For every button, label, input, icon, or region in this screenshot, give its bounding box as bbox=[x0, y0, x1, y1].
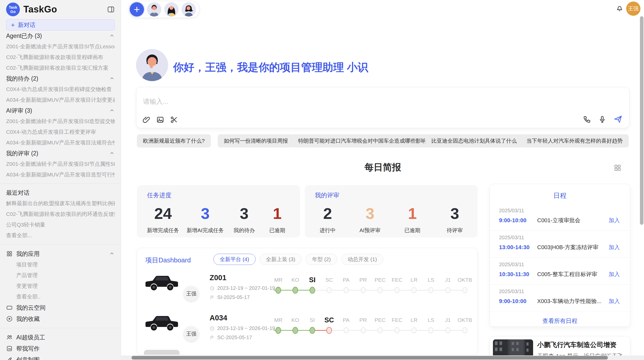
section-header-my-review[interactable]: 我的评审 (2) bbox=[6, 148, 115, 159]
app-link-project-mgmt[interactable]: 项目管理 bbox=[6, 259, 115, 270]
notifications-bell-icon[interactable] bbox=[616, 4, 624, 12]
chevron-up-icon[interactable] bbox=[109, 108, 115, 113]
stat-ai-pre-review[interactable]: 3 AI预评审 bbox=[357, 205, 383, 234]
agent-avatar-1[interactable] bbox=[147, 2, 161, 17]
suggestion-chip[interactable]: 特朗普可能对进口汽车增税会对中国车企造成哪些影响 bbox=[292, 134, 432, 147]
sidebar-item-cloud-space[interactable]: 我的云空间 bbox=[6, 302, 115, 313]
milestone-dot-overdue[interactable] bbox=[326, 327, 332, 334]
milestone-dot-pending[interactable] bbox=[344, 327, 349, 333]
view-all-schedule-link[interactable]: 查看所有日程 bbox=[490, 312, 630, 330]
milestone-dot-pending[interactable] bbox=[462, 327, 467, 333]
paperclip-icon[interactable] bbox=[142, 116, 151, 124]
horizontal-scrollbar-thumb[interactable] bbox=[131, 356, 608, 359]
recent-chat-item[interactable]: C02-飞腾新能源轻客改款项目的闭环通告反馈情况 bbox=[6, 209, 115, 219]
suggestion-chip[interactable]: 如何写一份清晰的项目周报 bbox=[218, 134, 294, 147]
chat-input[interactable] bbox=[142, 97, 449, 106]
milestone-dot-pending[interactable] bbox=[412, 327, 417, 333]
agent-avatar-3[interactable] bbox=[182, 2, 196, 17]
sidebar-item-creative-draw[interactable]: 创意制图 bbox=[6, 354, 115, 360]
milestone-dot-pending[interactable] bbox=[344, 287, 349, 293]
stat-in-progress[interactable]: 2 进行中 bbox=[315, 205, 340, 234]
milestone-dot-pending[interactable] bbox=[327, 287, 332, 293]
stat-new-done[interactable]: 24 新增完成任务 bbox=[147, 205, 179, 234]
brief-layout-grid-icon[interactable] bbox=[613, 164, 622, 172]
sidebar-task-item[interactable]: A034-全新新能源MUV产品开发项目计划变更表编写 bbox=[6, 95, 115, 105]
sidebar-item-help-write[interactable]: 帮我写作 bbox=[6, 343, 115, 354]
project-row-a034[interactable]: 王强 A034 2023-12-19 ~ 2026-01-19 SC-2025-… bbox=[137, 310, 477, 350]
recent-chat-item[interactable]: 公司Q3轻卡销量 bbox=[6, 219, 115, 230]
milestone-dot-pending[interactable] bbox=[394, 287, 400, 293]
section-header-my-todo[interactable]: 我的待办 (2) bbox=[6, 73, 115, 84]
sidebar-item-ai-employee[interactable]: AI超级员工 bbox=[6, 332, 115, 343]
sidebar-task-item[interactable]: A034-全新新能源MUV产品开发项目法规符合性评审 bbox=[6, 137, 115, 148]
suggestion-chip[interactable]: 当下年轻人对汽车外观有怎样的喜好趋势 bbox=[520, 134, 629, 147]
milestone-dot-done[interactable] bbox=[275, 327, 281, 334]
milestone-dot-pending[interactable] bbox=[445, 327, 450, 333]
sidebar-task-item[interactable]: Z001-全新燃油轻卡产品开发项目SI造型提交物评审 bbox=[6, 116, 115, 127]
recent-chat-item[interactable]: 解释最新出台的欧盟报废车法规再生塑料比例被调至15%... bbox=[6, 198, 115, 209]
stat-overdue[interactable]: 1 已逾期 bbox=[265, 205, 290, 234]
microphone-icon[interactable] bbox=[598, 115, 606, 123]
new-chat-button[interactable]: + 新对话 bbox=[6, 19, 115, 31]
add-agent-button[interactable]: + bbox=[130, 2, 144, 17]
tab-powertrain[interactable]: 动总开发 (1) bbox=[341, 254, 384, 265]
send-icon[interactable] bbox=[613, 115, 623, 124]
schedule-entry[interactable]: 2025/03/11 13:00-14:30 C003|H0B-方案冻结评审 加… bbox=[490, 231, 630, 258]
app-link-change-mgmt[interactable]: 变更管理 bbox=[6, 281, 115, 291]
section-header-ai-review[interactable]: AI评审 (3) bbox=[6, 105, 115, 116]
sidebar-task-item[interactable]: C0X4-动力总成开发项目SI里程碑提交物检查 bbox=[6, 84, 115, 95]
milestone-dot-pending[interactable] bbox=[428, 287, 433, 293]
milestone-dot-pending[interactable] bbox=[377, 287, 383, 293]
sidebar-item-favorites[interactable]: 我的收藏 bbox=[6, 313, 115, 324]
milestone-dot-pending[interactable] bbox=[394, 327, 400, 333]
image-icon[interactable] bbox=[156, 116, 164, 124]
schedule-entry[interactable]: 2025/03/11 9:00-10:00 C001-立项审批会 加入 bbox=[490, 204, 630, 231]
suggestion-chip[interactable]: 比亚迪全固态电池计划具体说了什么 bbox=[425, 134, 523, 147]
user-avatar[interactable]: 王强 bbox=[626, 2, 640, 16]
stat-review-overdue[interactable]: 1 已逾期 bbox=[400, 205, 425, 234]
tab-new-body[interactable]: 全新上装 (3) bbox=[260, 254, 302, 265]
suggestion-chip[interactable]: 欧洲新规最近颁布了什么? bbox=[137, 134, 211, 147]
chevron-up-icon[interactable] bbox=[109, 251, 115, 257]
sidebar-task-item[interactable]: Z001-全新燃油轻卡产品开发项目SI节点属性5D文件评审 bbox=[6, 159, 115, 169]
view-all-chats-link[interactable]: 查看全部... bbox=[6, 230, 115, 241]
milestone-dot-pending[interactable] bbox=[361, 327, 366, 333]
sidebar-item-my-apps[interactable]: 我的应用 bbox=[6, 248, 115, 259]
stat-my-todo[interactable]: 3 我的待办 bbox=[231, 205, 257, 234]
agent-avatar-2[interactable] bbox=[164, 2, 179, 17]
project-row-z001[interactable]: 王强 Z001 2023-12-19 ~ 2027-01-19 SI-2025-… bbox=[137, 270, 477, 310]
stat-pending-review[interactable]: 3 待评审 bbox=[442, 205, 467, 234]
tab-model-year[interactable]: 年型 (2) bbox=[306, 254, 337, 265]
milestone-dot-pending[interactable] bbox=[377, 327, 383, 333]
milestone-dot-done[interactable] bbox=[310, 287, 315, 294]
milestone-dot-done[interactable] bbox=[275, 287, 281, 294]
sidebar-task-item[interactable]: A034-全新新能源MUV产品开发项目造型可行性评审 bbox=[6, 169, 115, 180]
chevron-up-icon[interactable] bbox=[109, 76, 115, 81]
join-link[interactable]: 加入 bbox=[609, 297, 620, 305]
schedule-entry[interactable]: 2025/03/11 9:00-10:00 X003-车辆动力学性能验... 加… bbox=[490, 284, 630, 311]
sidebar-task-item[interactable]: C02-飞腾新能源轻客改款项目立项汇报方案 bbox=[6, 63, 115, 73]
phone-icon[interactable] bbox=[583, 115, 591, 123]
sidebar-task-item[interactable]: Z001-全新燃油皮卡产品开发项目SI节点Lesson Learn报告 bbox=[6, 41, 115, 52]
schedule-entry[interactable]: 2025/03/11 10:30-11:30 C005-整车工程目标评审 加入 bbox=[490, 258, 630, 284]
view-all-apps-link[interactable]: 查看全部.. bbox=[6, 291, 115, 302]
milestone-dot-done[interactable] bbox=[310, 327, 315, 334]
sidebar-task-item[interactable]: C0X4-动力总成开发项目工程变更评审 bbox=[6, 127, 115, 137]
section-header-agent-done[interactable]: Agent已办 (3) bbox=[6, 31, 115, 41]
join-link[interactable]: 加入 bbox=[609, 217, 620, 224]
join-link[interactable]: 加入 bbox=[609, 271, 620, 278]
join-link[interactable]: 加入 bbox=[609, 244, 620, 251]
milestone-dot-pending[interactable] bbox=[462, 287, 467, 293]
app-link-product-mgmt[interactable]: 产品管理 bbox=[6, 270, 115, 281]
milestone-dot-pending[interactable] bbox=[412, 287, 417, 293]
scissors-icon[interactable] bbox=[170, 116, 178, 124]
vertical-scrollbar-thumb[interactable] bbox=[640, 16, 643, 225]
milestone-dot-done[interactable] bbox=[292, 327, 298, 334]
milestone-dot-pending[interactable] bbox=[445, 287, 450, 293]
milestone-dot-done[interactable] bbox=[292, 287, 298, 294]
sidebar-task-item[interactable]: C02-飞腾新能源轻客改款项目里程碑画布 bbox=[6, 52, 115, 63]
collapse-sidebar-icon[interactable] bbox=[107, 6, 115, 13]
chevron-up-icon[interactable] bbox=[109, 151, 115, 156]
stat-new-ai-done[interactable]: 3 新增AI完成任务 bbox=[187, 205, 224, 234]
chevron-up-icon[interactable] bbox=[109, 33, 115, 39]
